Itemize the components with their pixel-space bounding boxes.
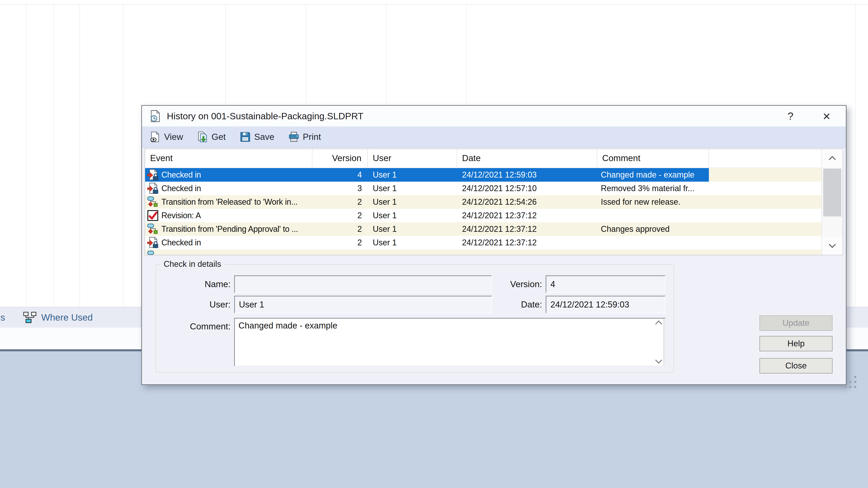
- table-row[interactable]: Transition from 'Released' to 'Work in..…: [145, 195, 822, 209]
- event-text: Checked in: [161, 238, 201, 248]
- view-document-icon: [150, 131, 160, 142]
- history-toolbar: ViewGetSavePrint: [142, 127, 846, 148]
- file-list-column-line: [26, 4, 26, 307]
- update-button[interactable]: Update: [760, 315, 833, 331]
- revision-icon: [147, 210, 159, 221]
- checkin-details-group: Check in details Name: Version: 4 User: …: [156, 264, 674, 373]
- version-cell: 2: [312, 236, 368, 250]
- comment-cell: [597, 236, 709, 250]
- table-row[interactable]: Revision: A2User 124/12/2021 12:37:12: [145, 209, 822, 222]
- table-header[interactable]: EventVersionUserDateComment: [145, 149, 822, 168]
- transition-icon: [147, 196, 159, 208]
- where-used-icon: [23, 311, 37, 324]
- filler-cell: [709, 195, 822, 209]
- comment-cell: [597, 250, 709, 255]
- screen: s Where Used History on 001-Sustainable-…: [0, 0, 868, 488]
- table-body: Checked in4User 124/12/2021 12:59:03Chan…: [145, 168, 822, 255]
- transition-icon: [147, 250, 159, 255]
- filler-cell: [709, 222, 822, 236]
- user-cell: User 1: [368, 168, 457, 182]
- table-row[interactable]: Checked in2User 124/12/2021 12:37:12: [145, 236, 822, 250]
- date-cell: 24/12/2021 12:37:12: [457, 209, 597, 222]
- table-row[interactable]: Checked in4User 124/12/2021 12:59:03Chan…: [145, 168, 822, 182]
- comment-field[interactable]: Changed made - example: [234, 318, 665, 366]
- toolbar-get-button[interactable]: Get: [197, 131, 226, 142]
- scroll-down-button[interactable]: [822, 237, 843, 255]
- event-text: Transition from 'Pending Approval' to ..…: [161, 224, 298, 234]
- history-dialog: History on 001-Sustainable-Packaging.SLD…: [141, 105, 846, 385]
- column-header-date[interactable]: Date: [457, 149, 597, 168]
- comment-cell: Changes approved: [597, 222, 709, 236]
- filler-cell: [709, 182, 822, 195]
- scrollbar-thumb[interactable]: [823, 168, 841, 217]
- tab-where-used[interactable]: Where Used: [23, 311, 93, 324]
- version-cell: [312, 250, 368, 255]
- column-header-user[interactable]: User: [368, 149, 457, 168]
- version-label: Version:: [473, 275, 542, 293]
- name-label: Name:: [156, 275, 230, 293]
- comment-scrollbar[interactable]: [653, 319, 665, 365]
- toolbar-button-label: Print: [303, 132, 321, 142]
- user-field[interactable]: User 1: [234, 296, 492, 313]
- file-list-column-line: [123, 4, 123, 307]
- dialog-help-button[interactable]: ?: [774, 110, 807, 122]
- file-list-column-line: [54, 4, 54, 307]
- toolbar-button-label: Save: [254, 132, 274, 142]
- event-text: Checked in: [161, 184, 201, 193]
- resize-grip[interactable]: [844, 376, 859, 390]
- toolbar-save-button[interactable]: Save: [240, 131, 274, 142]
- close-button[interactable]: Close: [760, 358, 833, 373]
- filler-cell: [709, 236, 822, 250]
- comment-label: Comment:: [156, 321, 230, 332]
- get-version-icon: [197, 131, 208, 142]
- checked-in-icon: [147, 183, 159, 194]
- dialog-title-bar[interactable]: History on 001-Sustainable-Packaging.SLD…: [142, 106, 846, 127]
- comment-cell: [597, 209, 709, 222]
- background-header-line: [0, 4, 868, 4]
- checked-in-icon: [147, 237, 159, 249]
- dialog-close-icon[interactable]: ×: [807, 106, 846, 127]
- user-cell: User 1: [368, 236, 457, 250]
- date-cell: 24/12/2021 12:57:10: [457, 182, 597, 195]
- checked-in-icon: [147, 169, 159, 181]
- event-text: Revision: A: [161, 211, 201, 220]
- table-row[interactable]: Transition from 'Pending Approval' to ..…: [145, 222, 822, 236]
- column-header-filler: [709, 149, 822, 168]
- version-field[interactable]: 4: [546, 275, 665, 293]
- version-cell: 4: [312, 168, 368, 182]
- filler-cell: [709, 250, 822, 255]
- comment-scroll-down-icon[interactable]: [655, 359, 662, 364]
- column-header-version[interactable]: Version: [312, 149, 368, 168]
- version-cell: 2: [312, 195, 368, 209]
- column-header-comment[interactable]: Comment: [597, 149, 709, 168]
- comment-scroll-up-icon[interactable]: [655, 320, 662, 325]
- help-button[interactable]: Help: [760, 336, 833, 351]
- comment-cell: Issed for new release.: [597, 195, 709, 209]
- table-row[interactable]: [145, 250, 822, 255]
- user-cell: User 1: [368, 209, 457, 222]
- vertical-scrollbar[interactable]: [822, 149, 843, 255]
- tab-partial-label[interactable]: s: [0, 312, 5, 323]
- file-list-column-line: [80, 4, 80, 307]
- toolbar-button-label: Get: [212, 132, 226, 142]
- toolbar-print-button[interactable]: Print: [288, 131, 321, 142]
- file-list-column-line: [855, 4, 856, 307]
- user-label: User:: [156, 296, 230, 313]
- scroll-up-button[interactable]: [822, 149, 843, 167]
- history-document-icon: [149, 110, 161, 122]
- column-header-event[interactable]: Event: [145, 149, 312, 168]
- event-text: Checked in: [161, 170, 201, 180]
- version-cell: 2: [312, 222, 368, 236]
- date-label: Date:: [473, 296, 542, 313]
- date-cell: 24/12/2021 12:59:03: [457, 168, 597, 182]
- comment-cell: Changed made - example: [597, 168, 709, 182]
- date-cell: 24/12/2021 12:37:12: [457, 222, 597, 236]
- table-row[interactable]: Checked in3User 124/12/2021 12:57:10Remo…: [145, 182, 822, 195]
- date-field[interactable]: 24/12/2021 12:59:03: [546, 296, 665, 313]
- version-cell: 2: [312, 209, 368, 222]
- name-field[interactable]: [234, 275, 492, 293]
- filler-cell: [709, 168, 822, 182]
- toolbar-view-button[interactable]: View: [150, 131, 183, 142]
- history-table: EventVersionUserDateComment Checked in4U…: [145, 149, 843, 255]
- user-cell: User 1: [368, 182, 457, 195]
